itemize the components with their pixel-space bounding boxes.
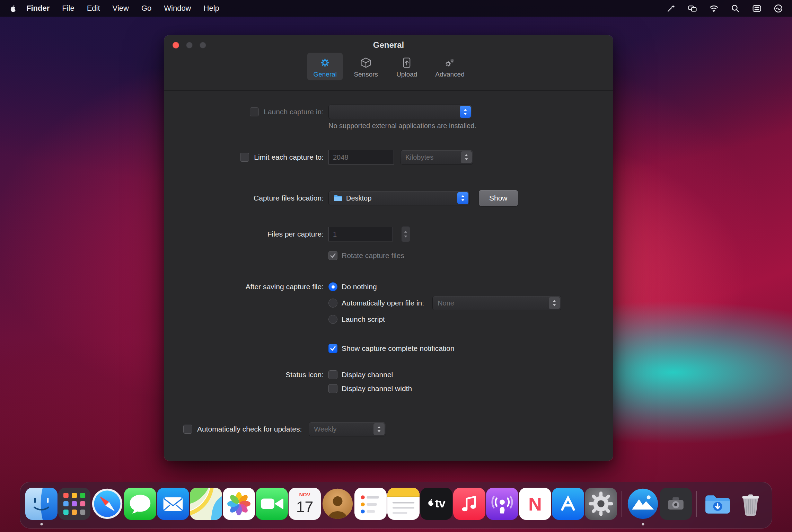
menu-bar: Finder File Edit View Go Window Help bbox=[0, 0, 792, 17]
no-apps-note: No supported external applications are i… bbox=[328, 122, 613, 130]
rotate-checkbox[interactable] bbox=[328, 251, 337, 260]
radio-launch-script[interactable]: Launch script bbox=[328, 313, 385, 325]
updates-row: Automatically check for updates: Weekly bbox=[164, 422, 613, 436]
radio-button[interactable] bbox=[328, 282, 337, 291]
display-channel-width-checkbox[interactable] bbox=[328, 384, 337, 393]
radio-open-file-in[interactable]: Automatically open file in: None bbox=[328, 297, 561, 309]
updates-popup[interactable]: Weekly bbox=[309, 422, 386, 436]
notification-label: Show capture complete notification bbox=[342, 344, 455, 353]
launch-capture-label: Launch capture in: bbox=[264, 108, 324, 116]
show-button[interactable]: Show bbox=[479, 190, 518, 206]
menu-item-view[interactable]: View bbox=[106, 0, 135, 17]
dock-app-store-icon[interactable] bbox=[552, 488, 584, 520]
wifi-icon[interactable] bbox=[709, 3, 719, 13]
dock-finder-icon[interactable] bbox=[25, 488, 58, 520]
files-per-capture-field[interactable]: 1 bbox=[328, 227, 393, 241]
siri-icon[interactable] bbox=[773, 3, 783, 13]
displays-icon[interactable] bbox=[687, 3, 697, 13]
dock-news-icon[interactable]: N bbox=[519, 488, 551, 520]
tab-label: Advanced bbox=[435, 71, 465, 78]
control-center-icon[interactable] bbox=[752, 3, 762, 13]
display-channel-width-option[interactable]: Display channel width bbox=[328, 383, 412, 394]
menu-item-file[interactable]: File bbox=[56, 0, 80, 17]
apple-menu[interactable] bbox=[9, 4, 17, 12]
gear-icon bbox=[317, 55, 333, 70]
tab-label: Upload bbox=[396, 71, 417, 78]
dock-utility-app-icon[interactable] bbox=[660, 488, 692, 520]
notification-checkbox[interactable] bbox=[328, 344, 337, 353]
location-popup[interactable]: Desktop bbox=[328, 191, 470, 205]
dock-trash-icon[interactable] bbox=[734, 488, 767, 520]
dock-maps-icon[interactable] bbox=[190, 488, 222, 520]
dock-downloads-icon[interactable] bbox=[702, 488, 734, 520]
menu-item-finder[interactable]: Finder bbox=[20, 0, 56, 17]
running-indicator bbox=[642, 523, 644, 525]
radio-button[interactable] bbox=[328, 299, 337, 308]
radio-label: Launch script bbox=[342, 315, 385, 323]
dock-system-preferences-icon[interactable] bbox=[585, 488, 617, 520]
folder-icon bbox=[334, 195, 343, 202]
dock-safari-icon[interactable] bbox=[91, 488, 123, 520]
radio-button[interactable] bbox=[328, 315, 337, 324]
menu-item-edit[interactable]: Edit bbox=[81, 0, 106, 17]
wand-icon[interactable] bbox=[666, 3, 676, 13]
dock-launchpad-icon[interactable] bbox=[58, 488, 90, 520]
display-channel-option[interactable]: Display channel bbox=[328, 370, 393, 380]
radio-do-nothing[interactable]: Do nothing bbox=[328, 281, 377, 293]
dock-messages-icon[interactable] bbox=[124, 488, 156, 520]
limit-size-field[interactable]: 2048 bbox=[328, 150, 394, 165]
menu-item-help[interactable]: Help bbox=[197, 0, 226, 17]
open-in-popup[interactable]: None bbox=[432, 296, 561, 310]
files-stepper[interactable] bbox=[401, 226, 410, 242]
dock-separator bbox=[696, 491, 697, 517]
limit-unit-value: Kilobytes bbox=[405, 153, 433, 161]
checkbox-label: Display channel bbox=[342, 371, 393, 379]
gears-icon bbox=[441, 55, 458, 70]
launch-capture-row: Launch capture in: bbox=[164, 105, 613, 119]
tab-general[interactable]: General bbox=[307, 53, 343, 80]
dock-music-icon[interactable] bbox=[453, 488, 485, 520]
popup-stepper-icon bbox=[457, 192, 468, 204]
minimize-button[interactable] bbox=[186, 42, 193, 48]
cube-icon bbox=[358, 55, 374, 70]
location-label: Capture files location: bbox=[254, 194, 324, 202]
launch-capture-popup[interactable] bbox=[328, 105, 472, 119]
updates-value: Weekly bbox=[314, 425, 336, 433]
divider bbox=[171, 410, 606, 410]
tab-advanced[interactable]: Advanced bbox=[430, 53, 470, 80]
zoom-button[interactable] bbox=[200, 42, 206, 48]
dock-facetime-icon[interactable] bbox=[256, 488, 288, 520]
close-button[interactable] bbox=[173, 42, 179, 48]
general-pane: Launch capture in: No supported external… bbox=[164, 91, 613, 436]
calendar-day: 17 bbox=[296, 498, 314, 515]
updates-checkbox[interactable] bbox=[183, 425, 192, 434]
dock-photos-icon[interactable] bbox=[223, 488, 255, 520]
search-icon[interactable] bbox=[730, 3, 740, 13]
limit-capture-checkbox[interactable] bbox=[240, 153, 249, 162]
upload-doc-icon bbox=[398, 55, 415, 70]
limit-capture-label: Limit each capture to: bbox=[254, 153, 324, 161]
tab-upload[interactable]: Upload bbox=[389, 53, 425, 80]
popup-stepper-icon bbox=[461, 151, 472, 163]
dock-contacts-icon[interactable] bbox=[322, 488, 354, 520]
display-channel-checkbox[interactable] bbox=[328, 370, 337, 379]
status-icon-row: Status icon: Display channel Display cha… bbox=[164, 370, 613, 394]
dock-reminders-icon[interactable] bbox=[354, 488, 387, 520]
dock-mail-icon[interactable] bbox=[157, 488, 189, 520]
window-title: General bbox=[164, 35, 613, 50]
menu-item-go[interactable]: Go bbox=[135, 0, 158, 17]
menu-item-window[interactable]: Window bbox=[158, 0, 197, 17]
dock-capture-app-icon[interactable] bbox=[627, 488, 659, 520]
dock-calendar-icon[interactable]: NOV 17 bbox=[289, 488, 321, 520]
check-icon bbox=[329, 345, 336, 352]
launch-capture-checkbox[interactable] bbox=[250, 107, 259, 116]
popup-stepper-icon bbox=[373, 423, 385, 435]
tab-sensors[interactable]: Sensors bbox=[348, 53, 384, 80]
dock-podcasts-icon[interactable] bbox=[486, 488, 518, 520]
stepper-arrows-icon bbox=[403, 229, 408, 240]
after-saving-label: After saving capture file: bbox=[246, 283, 324, 291]
limit-unit-popup[interactable]: Kilobytes bbox=[400, 150, 473, 165]
popup-stepper-icon bbox=[460, 106, 471, 118]
dock-notes-icon[interactable] bbox=[387, 488, 420, 520]
dock-tv-icon[interactable]: tv bbox=[420, 488, 452, 520]
